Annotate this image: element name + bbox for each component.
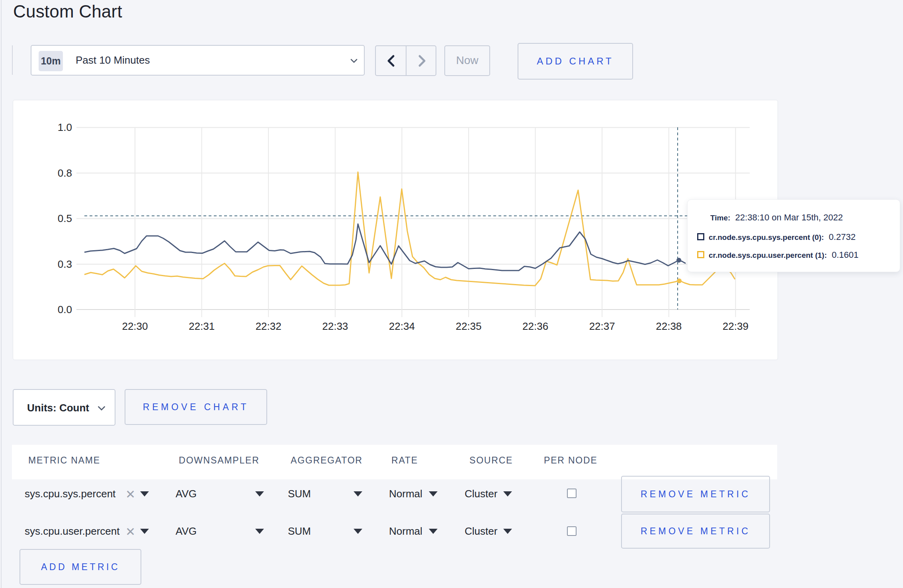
svg-text:0.8: 0.8: [58, 167, 72, 179]
svg-text:0.3: 0.3: [58, 258, 72, 270]
svg-text:22:33: 22:33: [322, 320, 348, 332]
svg-text:22:39: 22:39: [723, 320, 749, 332]
svg-text:22:35: 22:35: [455, 320, 481, 332]
svg-text:22:34: 22:34: [389, 320, 415, 332]
svg-text:22:36: 22:36: [522, 320, 548, 332]
svg-text:22:37: 22:37: [589, 320, 615, 332]
svg-text:22:38: 22:38: [656, 320, 682, 332]
svg-text:22:30: 22:30: [122, 320, 148, 332]
svg-text:0.5: 0.5: [58, 212, 72, 224]
svg-text:0.0: 0.0: [58, 304, 72, 315]
svg-text:22:32: 22:32: [256, 320, 281, 332]
svg-text:1.0: 1.0: [58, 121, 72, 133]
svg-text:22:31: 22:31: [189, 320, 215, 332]
